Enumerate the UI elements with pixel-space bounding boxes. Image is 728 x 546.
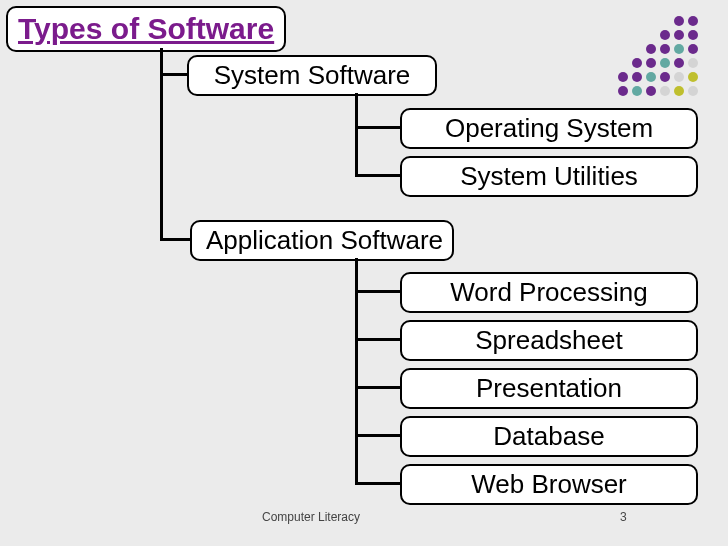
connector-line [160,48,163,238]
connector-line [355,386,401,389]
connector-line [355,290,401,293]
node-system-software: System Software [187,55,437,96]
root-node: Types of Software [6,6,286,52]
connector-line [355,482,401,485]
footer-page-number: 3 [620,510,627,524]
footer-title: Computer Literacy [262,510,360,524]
node-application-software: Application Software [190,220,454,261]
connector-line [160,73,188,76]
node-database: Database [400,416,698,457]
connector-line [355,93,358,175]
connector-line [355,126,401,129]
node-word-processing: Word Processing [400,272,698,313]
node-operating-system: Operating System [400,108,698,149]
connector-line [355,434,401,437]
connector-line [160,238,190,241]
connector-line [355,338,401,341]
node-spreadsheet: Spreadsheet [400,320,698,361]
decorative-dot-grid [618,16,700,98]
node-web-browser: Web Browser [400,464,698,505]
connector-line [355,174,401,177]
node-presentation: Presentation [400,368,698,409]
node-system-utilities: System Utilities [400,156,698,197]
